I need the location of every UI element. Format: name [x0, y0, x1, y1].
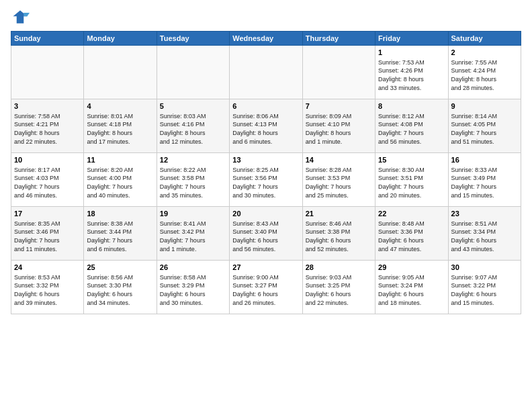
day-number: 12	[160, 155, 226, 165]
weekday-header: Monday	[84, 32, 157, 46]
day-number: 25	[87, 263, 153, 273]
calendar-week-row: 17Sunrise: 8:35 AM Sunset: 3:46 PM Dayli…	[11, 207, 521, 261]
day-number: 9	[451, 101, 518, 111]
calendar-cell: 21Sunrise: 8:46 AM Sunset: 3:38 PM Dayli…	[302, 207, 375, 261]
calendar-cell: 22Sunrise: 8:48 AM Sunset: 3:36 PM Dayli…	[375, 207, 448, 261]
calendar-cell: 2Sunrise: 7:55 AM Sunset: 4:24 PM Daylig…	[448, 46, 521, 99]
calendar-week-row: 24Sunrise: 8:53 AM Sunset: 3:32 PM Dayli…	[11, 261, 521, 314]
day-number: 4	[87, 101, 153, 111]
day-info: Sunrise: 7:53 AM Sunset: 4:26 PM Dayligh…	[378, 58, 445, 92]
calendar-cell: 13Sunrise: 8:25 AM Sunset: 3:56 PM Dayli…	[230, 153, 302, 207]
day-info: Sunrise: 8:58 AM Sunset: 3:29 PM Dayligh…	[160, 273, 226, 307]
logo-icon	[11, 8, 30, 27]
calendar-cell	[157, 46, 229, 99]
day-number: 7	[306, 101, 372, 111]
calendar-cell: 20Sunrise: 8:43 AM Sunset: 3:40 PM Dayli…	[230, 207, 302, 261]
calendar-cell	[230, 46, 302, 99]
day-number: 27	[232, 263, 299, 273]
calendar-cell: 5Sunrise: 8:03 AM Sunset: 4:16 PM Daylig…	[157, 99, 229, 153]
calendar-table: SundayMondayTuesdayWednesdayThursdayFrid…	[11, 31, 521, 314]
calendar-cell: 16Sunrise: 8:33 AM Sunset: 3:49 PM Dayli…	[448, 153, 521, 207]
day-number: 6	[232, 101, 299, 111]
calendar-cell: 14Sunrise: 8:28 AM Sunset: 3:53 PM Dayli…	[302, 153, 375, 207]
day-info: Sunrise: 8:33 AM Sunset: 3:49 PM Dayligh…	[451, 166, 518, 199]
day-info: Sunrise: 8:25 AM Sunset: 3:56 PM Dayligh…	[232, 166, 299, 199]
calendar-cell: 7Sunrise: 8:09 AM Sunset: 4:10 PM Daylig…	[302, 99, 375, 153]
weekday-header-row: SundayMondayTuesdayWednesdayThursdayFrid…	[11, 32, 521, 46]
calendar-cell: 25Sunrise: 8:56 AM Sunset: 3:30 PM Dayli…	[84, 261, 157, 314]
svg-marker-1	[24, 13, 30, 16]
calendar-cell: 12Sunrise: 8:22 AM Sunset: 3:58 PM Dayli…	[157, 153, 229, 207]
calendar-cell: 24Sunrise: 8:53 AM Sunset: 3:32 PM Dayli…	[11, 261, 84, 314]
day-info: Sunrise: 8:43 AM Sunset: 3:40 PM Dayligh…	[232, 220, 299, 253]
page: SundayMondayTuesdayWednesdayThursdayFrid…	[0, 0, 532, 411]
calendar-cell: 9Sunrise: 8:14 AM Sunset: 4:05 PM Daylig…	[448, 99, 521, 153]
day-number: 20	[232, 209, 299, 219]
weekday-header: Tuesday	[157, 32, 229, 46]
calendar-cell: 27Sunrise: 9:00 AM Sunset: 3:27 PM Dayli…	[230, 261, 302, 314]
calendar-cell: 26Sunrise: 8:58 AM Sunset: 3:29 PM Dayli…	[157, 261, 229, 314]
day-number: 26	[160, 263, 226, 273]
day-number: 15	[378, 155, 445, 165]
calendar-week-row: 1Sunrise: 7:53 AM Sunset: 4:26 PM Daylig…	[11, 46, 521, 99]
logo	[11, 8, 32, 27]
day-info: Sunrise: 8:46 AM Sunset: 3:38 PM Dayligh…	[306, 220, 372, 253]
calendar-week-row: 10Sunrise: 8:17 AM Sunset: 4:03 PM Dayli…	[11, 153, 521, 207]
day-number: 30	[451, 263, 518, 273]
calendar-cell: 1Sunrise: 7:53 AM Sunset: 4:26 PM Daylig…	[375, 46, 448, 99]
day-info: Sunrise: 8:17 AM Sunset: 4:03 PM Dayligh…	[14, 166, 81, 199]
day-number: 17	[14, 209, 81, 219]
weekday-header: Sunday	[11, 32, 84, 46]
day-info: Sunrise: 8:03 AM Sunset: 4:16 PM Dayligh…	[160, 112, 226, 146]
day-info: Sunrise: 8:22 AM Sunset: 3:58 PM Dayligh…	[160, 166, 226, 199]
calendar-cell: 4Sunrise: 8:01 AM Sunset: 4:18 PM Daylig…	[84, 99, 157, 153]
weekday-header: Thursday	[302, 32, 375, 46]
day-info: Sunrise: 9:00 AM Sunset: 3:27 PM Dayligh…	[232, 273, 299, 307]
calendar-cell: 3Sunrise: 7:58 AM Sunset: 4:21 PM Daylig…	[11, 99, 84, 153]
day-number: 18	[87, 209, 153, 219]
day-number: 1	[378, 48, 445, 58]
day-info: Sunrise: 8:06 AM Sunset: 4:13 PM Dayligh…	[232, 112, 299, 146]
day-info: Sunrise: 8:30 AM Sunset: 3:51 PM Dayligh…	[378, 166, 445, 199]
day-info: Sunrise: 9:07 AM Sunset: 3:22 PM Dayligh…	[451, 273, 518, 307]
calendar-cell: 29Sunrise: 9:05 AM Sunset: 3:24 PM Dayli…	[375, 261, 448, 314]
day-number: 29	[378, 263, 445, 273]
day-info: Sunrise: 8:53 AM Sunset: 3:32 PM Dayligh…	[14, 273, 81, 307]
day-number: 16	[451, 155, 518, 165]
calendar-cell: 15Sunrise: 8:30 AM Sunset: 3:51 PM Dayli…	[375, 153, 448, 207]
svg-marker-0	[13, 11, 28, 24]
day-info: Sunrise: 8:20 AM Sunset: 4:00 PM Dayligh…	[87, 166, 153, 199]
calendar-week-row: 3Sunrise: 7:58 AM Sunset: 4:21 PM Daylig…	[11, 99, 521, 153]
day-number: 14	[306, 155, 372, 165]
day-info: Sunrise: 8:14 AM Sunset: 4:05 PM Dayligh…	[451, 112, 518, 146]
day-number: 13	[232, 155, 299, 165]
calendar-cell: 18Sunrise: 8:38 AM Sunset: 3:44 PM Dayli…	[84, 207, 157, 261]
day-info: Sunrise: 9:05 AM Sunset: 3:24 PM Dayligh…	[378, 273, 445, 307]
day-info: Sunrise: 8:12 AM Sunset: 4:08 PM Dayligh…	[378, 112, 445, 146]
day-number: 10	[14, 155, 81, 165]
header	[11, 8, 521, 27]
day-info: Sunrise: 8:56 AM Sunset: 3:30 PM Dayligh…	[87, 273, 153, 307]
calendar-cell: 30Sunrise: 9:07 AM Sunset: 3:22 PM Dayli…	[448, 261, 521, 314]
day-number: 11	[87, 155, 153, 165]
day-number: 23	[451, 209, 518, 219]
calendar-cell: 6Sunrise: 8:06 AM Sunset: 4:13 PM Daylig…	[230, 99, 302, 153]
day-info: Sunrise: 7:58 AM Sunset: 4:21 PM Dayligh…	[14, 112, 81, 146]
day-number: 5	[160, 101, 226, 111]
calendar-cell: 28Sunrise: 9:03 AM Sunset: 3:25 PM Dayli…	[302, 261, 375, 314]
day-number: 19	[160, 209, 226, 219]
calendar-cell	[302, 46, 375, 99]
day-number: 2	[451, 48, 518, 58]
weekday-header: Saturday	[448, 32, 521, 46]
calendar-cell: 23Sunrise: 8:51 AM Sunset: 3:34 PM Dayli…	[448, 207, 521, 261]
day-info: Sunrise: 8:38 AM Sunset: 3:44 PM Dayligh…	[87, 220, 153, 253]
day-number: 21	[306, 209, 372, 219]
day-number: 28	[306, 263, 372, 273]
day-info: Sunrise: 7:55 AM Sunset: 4:24 PM Dayligh…	[451, 58, 518, 92]
day-number: 8	[378, 101, 445, 111]
calendar-cell	[84, 46, 157, 99]
day-info: Sunrise: 8:28 AM Sunset: 3:53 PM Dayligh…	[306, 166, 372, 199]
day-number: 3	[14, 101, 81, 111]
day-info: Sunrise: 8:01 AM Sunset: 4:18 PM Dayligh…	[87, 112, 153, 146]
calendar-cell: 11Sunrise: 8:20 AM Sunset: 4:00 PM Dayli…	[84, 153, 157, 207]
